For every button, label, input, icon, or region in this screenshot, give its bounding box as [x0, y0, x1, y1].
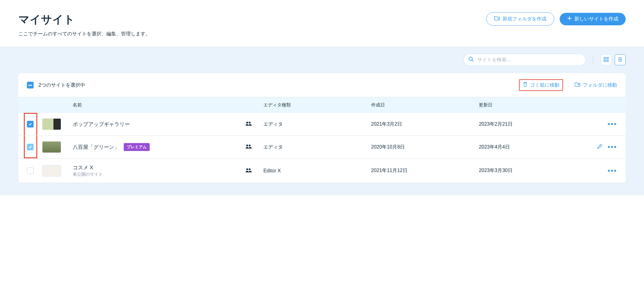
move-to-folder-label: フォルダに移動 — [583, 82, 617, 88]
col-updated-header: 更新日 — [479, 102, 587, 108]
created-date: 2020年10月8日 — [371, 144, 479, 150]
page-title: マイサイト — [18, 12, 150, 27]
site-name: コスメ X — [73, 164, 103, 171]
new-folder-label: 新規フォルダを作成 — [503, 16, 547, 22]
site-name: ポップアップギャラリー — [73, 121, 130, 128]
col-name-header: 名前 — [67, 102, 245, 108]
page-subtitle: ここでチームのすべてのサイトを選択、編集、管理します。 — [18, 31, 150, 37]
svg-point-5 — [246, 122, 248, 124]
table-row[interactable]: ポップアップギャラリー エディタ 2021年3月2日 2023年2月21日 ••… — [18, 113, 626, 136]
premium-badge: プレミアム — [124, 143, 150, 151]
site-thumbnail — [42, 165, 61, 177]
site-thumbnail — [42, 118, 61, 130]
new-site-button[interactable]: 新しいサイトを作成 — [560, 13, 626, 25]
list-icon — [617, 57, 623, 63]
new-folder-button[interactable]: 新規フォルダを作成 — [486, 12, 554, 26]
selection-bar: 2つのサイトを選択中 ゴミ箱に移動 フォルダに移動 — [18, 73, 626, 97]
svg-point-6 — [249, 122, 251, 124]
created-date: 2021年3月2日 — [371, 121, 479, 128]
updated-date: 2023年3月30日 — [479, 167, 587, 174]
svg-point-8 — [249, 145, 251, 146]
folder-move-icon — [574, 82, 580, 88]
created-date: 2021年11月12日 — [371, 167, 479, 174]
search-wrap — [463, 54, 586, 66]
svg-point-7 — [246, 145, 248, 146]
toolbar-divider — [593, 56, 593, 64]
shared-icon — [245, 168, 252, 174]
sites-panel: 2つのサイトを選択中 ゴミ箱に移動 フォルダに移動 — [18, 73, 626, 183]
row-checkbox[interactable] — [27, 121, 34, 128]
editor-type: Editor X — [263, 168, 371, 174]
table-row[interactable]: 八百屋「グリーン」 プレミアム エディタ 2020年10月8日 2023年4月4… — [18, 136, 626, 159]
move-to-folder-button[interactable]: フォルダに移動 — [574, 82, 617, 88]
header-actions: 新規フォルダを作成 新しいサイトを作成 — [486, 12, 626, 26]
edit-button[interactable] — [597, 143, 603, 151]
svg-rect-4 — [607, 60, 608, 62]
editor-type: エディタ — [263, 144, 371, 150]
svg-rect-2 — [607, 57, 608, 59]
new-site-label: 新しいサイトを作成 — [574, 16, 618, 22]
toolbar — [0, 46, 644, 73]
editor-type: エディタ — [263, 121, 371, 128]
move-to-trash-label: ゴミ箱に移動 — [530, 82, 559, 88]
site-name: 八百屋「グリーン」 — [73, 144, 119, 151]
col-editor-header: エディタ種類 — [263, 102, 371, 108]
search-icon — [468, 56, 474, 63]
content: 2つのサイトを選択中 ゴミ箱に移動 フォルダに移動 — [0, 73, 644, 195]
svg-point-0 — [469, 57, 472, 60]
view-toggle — [601, 54, 626, 65]
search-input[interactable] — [463, 54, 586, 66]
updated-date: 2023年2月21日 — [479, 121, 587, 128]
header-left: マイサイト ここでチームのすべてのサイトを選択、編集、管理します。 — [18, 12, 150, 37]
svg-point-9 — [246, 168, 248, 170]
site-status: 未公開のサイト — [73, 172, 103, 177]
grid-view-button[interactable] — [601, 54, 612, 65]
selection-count: 2つのサイトを選択中 — [38, 82, 85, 88]
shared-icon — [245, 122, 252, 127]
col-created-header: 作成日 — [371, 102, 479, 108]
site-thumbnail — [42, 141, 61, 153]
svg-rect-1 — [604, 57, 606, 59]
shared-icon — [245, 145, 252, 150]
svg-rect-3 — [604, 60, 606, 62]
folder-plus-icon — [494, 16, 500, 22]
page-header: マイサイト ここでチームのすべてのサイトを選択、編集、管理します。 新規フォルダ… — [0, 0, 644, 46]
selection-left: 2つのサイトを選択中 — [27, 82, 85, 88]
move-to-trash-button[interactable]: ゴミ箱に移動 — [523, 82, 559, 88]
list-view-button[interactable] — [615, 54, 626, 65]
more-actions-button[interactable]: ••• — [608, 143, 617, 151]
select-all-checkbox[interactable] — [27, 82, 34, 88]
more-actions-button[interactable]: ••• — [608, 120, 617, 128]
selection-actions: ゴミ箱に移動 フォルダに移動 — [519, 79, 617, 91]
plus-icon — [567, 16, 572, 22]
grid-icon — [603, 57, 609, 63]
row-checkbox[interactable] — [27, 144, 34, 150]
table-header: 名前 エディタ種類 作成日 更新日 — [18, 97, 626, 113]
row-checkbox[interactable] — [27, 167, 34, 174]
action-divider — [569, 82, 569, 88]
svg-point-10 — [249, 168, 251, 170]
table-row[interactable]: コスメ X 未公開のサイト Editor X 2021年11月12日 2023年… — [18, 159, 626, 183]
trash-icon — [523, 82, 528, 88]
updated-date: 2023年4月4日 — [479, 144, 587, 150]
more-actions-button[interactable]: ••• — [608, 167, 617, 174]
trash-highlight: ゴミ箱に移動 — [519, 79, 563, 91]
